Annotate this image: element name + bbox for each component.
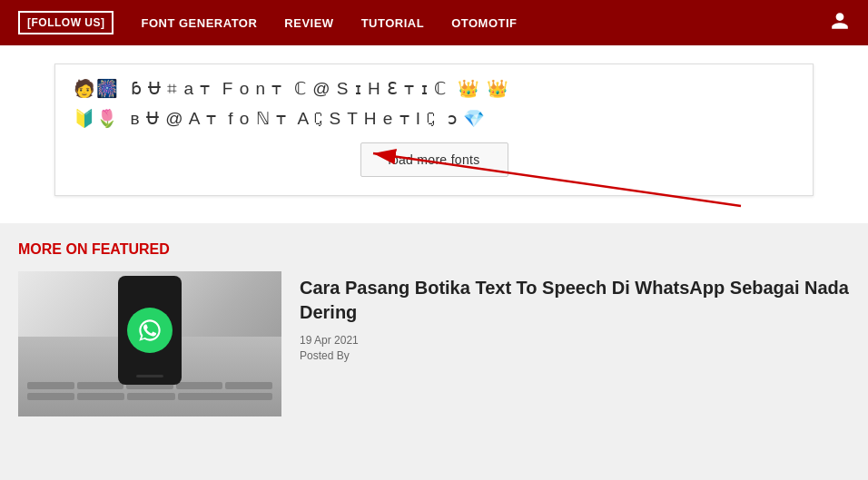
font-row-1: 🧑🎆 ɓ Ʉ ⌗ a ᴛ F o n ᴛ ℂ @ S ɪ H Ɛ ᴛ ɪ ℂ 👑… (74, 78, 794, 99)
font-row-2: 🔰🌷 в Ʉ @ A ᴛ f o ℕ ᴛ A Ꞔ S T H e ᴛ I Ꞔ ↄ… (74, 108, 794, 129)
whatsapp-icon (127, 308, 173, 353)
nav-follow-us[interactable]: [FOLLOW US] (18, 11, 113, 34)
navbar: [FOLLOW US] FONT GENERATOR REVIEW TUTORI… (0, 0, 868, 45)
load-more-button[interactable]: load more fonts (360, 142, 508, 177)
article-author: Posted By (300, 349, 850, 362)
nav-review[interactable]: REVIEW (284, 16, 333, 30)
phone-shape (118, 276, 182, 385)
article-info: Cara Pasang Botika Text To Speech Di Wha… (300, 271, 850, 416)
article-image (18, 271, 281, 416)
user-icon[interactable] (830, 11, 850, 35)
article-card: Cara Pasang Botika Text To Speech Di Wha… (18, 271, 850, 416)
more-on-title: MORE ON FEATURED (18, 241, 850, 258)
nav-tutorial[interactable]: TUTORIAL (361, 16, 424, 30)
article-title[interactable]: Cara Pasang Botika Text To Speech Di Wha… (300, 276, 850, 325)
font-display-box: 🧑🎆 ɓ Ʉ ⌗ a ᴛ F o n ᴛ ℂ @ S ɪ H Ɛ ᴛ ɪ ℂ 👑… (54, 64, 814, 196)
article-date: 19 Apr 2021 (300, 334, 850, 347)
main-content: 🧑🎆 ɓ Ʉ ⌗ a ᴛ F o n ᴛ ℂ @ S ɪ H Ɛ ᴛ ɪ ℂ 👑… (0, 45, 868, 223)
phone-image-bg (18, 271, 281, 416)
font-row-1-text: 🧑🎆 ɓ Ʉ ⌗ a ᴛ F o n ᴛ ℂ @ S ɪ H Ɛ ᴛ ɪ ℂ 👑… (74, 78, 509, 99)
nav-left: [FOLLOW US] FONT GENERATOR REVIEW TUTORI… (18, 11, 518, 34)
more-on-section: MORE ON FEATURED (0, 223, 868, 426)
nav-otomotif[interactable]: OTOMOTIF (451, 16, 517, 30)
font-row-2-text: 🔰🌷 в Ʉ @ A ᴛ f o ℕ ᴛ A Ꞔ S T H e ᴛ I Ꞔ ↄ… (74, 108, 486, 129)
load-more-container: load more fonts (74, 142, 794, 177)
nav-font-generator[interactable]: FONT GENERATOR (141, 16, 257, 30)
